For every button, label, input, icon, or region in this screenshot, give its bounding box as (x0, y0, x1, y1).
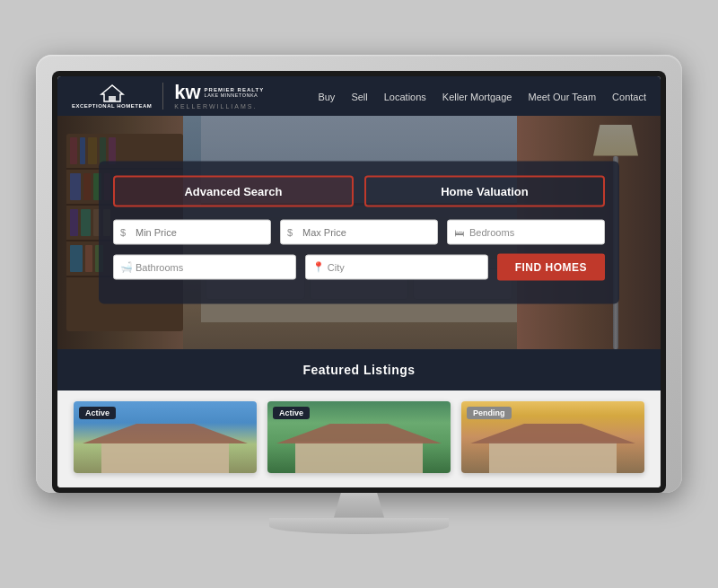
logo-text-exceptional: EXCEPTIONAL HOMETEAM (72, 103, 152, 109)
monitor-bezel: EXCEPTIONAL HOMETEAM kw PREMIER REALTY L… (52, 71, 666, 493)
status-badge-2: Active (273, 407, 310, 419)
kw-sub: PREMIER REALTY LAKE MINNETONKA (205, 87, 265, 98)
house-body-1 (101, 442, 230, 473)
min-price-input[interactable] (113, 219, 271, 244)
kw-letters: kw (174, 83, 200, 102)
house-body-2 (295, 442, 424, 473)
bath-icon: 🛁 (120, 261, 133, 273)
monitor-wrapper: EXCEPTIONAL HOMETEAM kw PREMIER REALTY L… (36, 55, 682, 534)
listing-card-3[interactable]: Pending (461, 401, 644, 473)
screen: EXCEPTIONAL HOMETEAM kw PREMIER REALTY L… (57, 76, 661, 487)
search-row-2: 🛁 Bathrooms 1+ 2+ 3+ 4+ 📍 (113, 253, 605, 280)
house-roof-2 (276, 424, 442, 443)
navigation: EXCEPTIONAL HOMETEAM kw PREMIER REALTY L… (57, 76, 661, 116)
hero-section: Advanced Search Home Valuation $ $ (57, 116, 661, 349)
nav-logo: EXCEPTIONAL HOMETEAM kw PREMIER REALTY L… (72, 83, 264, 110)
listing-card-2[interactable]: Active (267, 401, 451, 473)
house-roof-3 (470, 424, 635, 443)
search-row-1: $ $ 🛏 Bedrooms 1+ (113, 219, 605, 244)
bathrooms-select[interactable]: Bathrooms 1+ 2+ 3+ 4+ (113, 254, 296, 279)
bathrooms-field: 🛁 Bathrooms 1+ 2+ 3+ 4+ (113, 253, 296, 280)
monitor-outer: EXCEPTIONAL HOMETEAM kw PREMIER REALTY L… (36, 55, 682, 493)
nav-link-mortgage[interactable]: Keller Mortgage (442, 92, 512, 102)
monitor-stand-base (269, 518, 449, 534)
max-price-field: $ (280, 219, 438, 244)
nav-link-locations[interactable]: Locations (384, 92, 426, 102)
listings-row: Active Active Pendin (57, 391, 661, 478)
nav-link-contact[interactable]: Contact (612, 92, 646, 102)
status-badge-3: Pending (467, 407, 512, 419)
location-icon: 📍 (312, 261, 325, 273)
max-price-input[interactable] (280, 219, 438, 244)
search-panel: Advanced Search Home Valuation $ $ (99, 161, 619, 303)
find-homes-button[interactable]: FIND HOMES (497, 253, 605, 280)
logo-kw: kw PREMIER REALTY LAKE MINNETONKA KELLER… (174, 83, 264, 110)
bed-icon: 🛏 (454, 226, 464, 237)
nav-links: Buy Sell Locations Keller Mortgage Meet … (318, 88, 646, 104)
nav-link-team[interactable]: Meet Our Team (528, 92, 596, 102)
bottom-padding (57, 478, 661, 487)
nav-link-sell[interactable]: Sell (351, 92, 367, 102)
featured-title: Featured Listings (302, 363, 415, 377)
search-tabs: Advanced Search Home Valuation (113, 175, 605, 206)
logo-divider (162, 83, 163, 110)
svg-rect-1 (109, 96, 116, 101)
listing-card-1[interactable]: Active (74, 401, 257, 473)
bedrooms-field: 🛏 Bedrooms 1+ 2+ 3+ 4+ 5+ (447, 219, 605, 244)
dollar-icon-min: $ (120, 226, 126, 237)
nav-link-buy[interactable]: Buy (318, 92, 335, 102)
tab-advanced-search[interactable]: Advanced Search (113, 175, 354, 206)
logo-exceptional: EXCEPTIONAL HOMETEAM (72, 83, 152, 109)
monitor-stand-neck (323, 493, 395, 518)
house-body-3 (489, 442, 617, 473)
featured-bar: Featured Listings (57, 349, 661, 391)
kw-williams-text: KELLERWILLIAMS. (174, 103, 264, 110)
kw-lake-text: LAKE MINNETONKA (205, 92, 265, 98)
city-select[interactable]: City Minneapolis Minnetonka Wayzata (305, 254, 488, 279)
house-icon (100, 83, 125, 103)
tab-home-valuation[interactable]: Home Valuation (364, 175, 605, 206)
kw-top: kw PREMIER REALTY LAKE MINNETONKA (174, 83, 264, 102)
bedrooms-select[interactable]: Bedrooms 1+ 2+ 3+ 4+ 5+ (447, 219, 605, 244)
city-field: 📍 City Minneapolis Minnetonka Wayzata (305, 253, 488, 280)
dollar-icon-max: $ (287, 226, 293, 237)
house-roof-1 (83, 424, 248, 443)
min-price-field: $ (113, 219, 271, 244)
status-badge-1: Active (79, 407, 116, 419)
